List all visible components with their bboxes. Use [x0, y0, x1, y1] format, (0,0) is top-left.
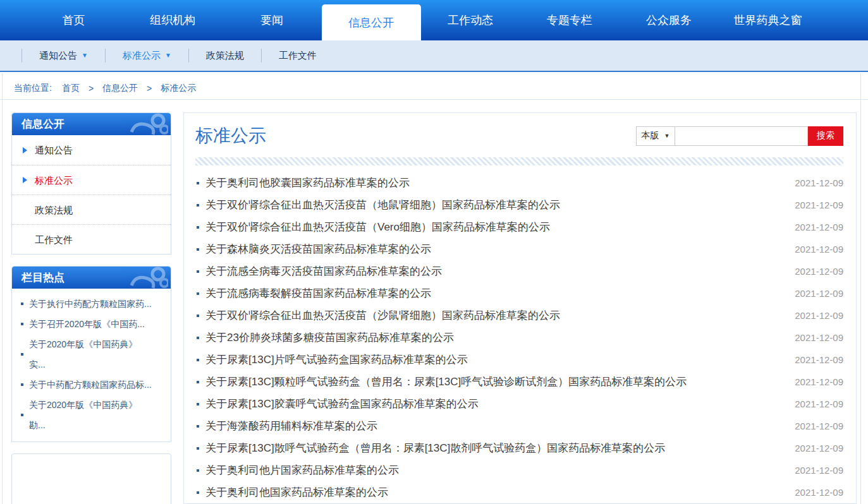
sidebar-menu-item[interactable]: 通知公告	[12, 135, 171, 165]
sidebar: 信息公开 通知公告	[11, 112, 171, 504]
sub-nav-item[interactable]: 通知公告 ▼	[21, 49, 105, 63]
top-nav-item[interactable]: 工作动态	[421, 0, 520, 40]
announcement-link[interactable]: 关于奥利司他国家药品标准草案的公示	[205, 485, 786, 500]
announcement-link[interactable]: 关于尿素[13C]颗粒呼气试验药盒（曾用名：尿素[13C]呼气试验诊断试剂盒）国…	[205, 375, 786, 389]
top-nav-item[interactable]: 要闻	[223, 0, 322, 40]
top-nav-item-label: 组织机构	[150, 13, 195, 28]
announcement-link[interactable]: 关于海藻酸药用辅料标准草案的公示	[205, 419, 786, 433]
page-left-border	[2, 73, 3, 504]
top-nav-item[interactable]: 信息公开	[322, 4, 421, 40]
page-right-border	[860, 73, 861, 504]
bullet-icon	[21, 353, 23, 356]
announcement-date: 2021-12-09	[795, 465, 843, 476]
sub-navigation: 通知公告 ▼ 标准公示 ▼ 政策法规 ▼ 工作文件 ▼	[0, 40, 868, 72]
breadcrumb-link[interactable]: 标准公示	[161, 83, 196, 94]
search-scope-select[interactable]: 本版 ▼	[636, 126, 675, 146]
hot-topic-link[interactable]: 关于2020年版《中国药典》实...	[21, 334, 153, 375]
announcement-link[interactable]: 关于尿素[13C]散呼气试验药盒（曾用名：尿素[13C]散剂呼气试验药盒）国家药…	[205, 441, 786, 455]
top-nav-item[interactable]: 世界药典之窗	[718, 0, 817, 40]
caret-down-icon: ▼	[664, 133, 670, 139]
page: 首页 组织机构 要闻 信息公开 工作动态 专题专栏 公众服务	[0, 0, 868, 504]
hot-topic-link[interactable]: 关于2020年版《中国药典》勘...	[21, 395, 153, 435]
breadcrumb-separator: >	[89, 83, 94, 93]
bullet-icon	[21, 414, 23, 416]
announcement-link[interactable]: 关于流感病毒裂解疫苗国家药品标准草案的公示	[205, 286, 786, 301]
sidebar-menu-item[interactable]: 工作文件	[12, 224, 171, 254]
announcement-date: 2021-12-09	[795, 376, 843, 387]
top-nav-item-label: 信息公开	[348, 15, 394, 30]
breadcrumb-segment: > 信息公开	[80, 83, 138, 94]
announcement-link[interactable]: 关于尿素[13C]片呼气试验药盒国家药品标准草案的公示	[205, 352, 786, 367]
announcement-date: 2021-12-09	[795, 421, 843, 431]
announcement-date: 2021-12-09	[795, 487, 843, 498]
content-area: 信息公开 通知公告	[0, 100, 868, 504]
announcement-list: 关于奥利司他胶囊国家药品标准草案的公示 2021-12-09 关于双价肾综合征出…	[195, 172, 843, 503]
breadcrumb-link[interactable]: 首页	[62, 83, 80, 94]
bullet-icon	[197, 403, 199, 405]
hot-topic-link[interactable]: 关于中药配方颗粒国家药品标...	[21, 375, 153, 395]
top-nav-item[interactable]: 专题专栏	[520, 0, 619, 40]
announcement-date: 2021-12-09	[795, 177, 843, 188]
top-nav-item[interactable]: 首页	[24, 0, 123, 40]
sidebar-menu-item-label: 工作文件	[35, 234, 73, 245]
sub-nav-item[interactable]: 政策法规 ▼	[188, 49, 261, 63]
announcement-link[interactable]: 关于双价肾综合征出血热灭活疫苗（沙鼠肾细胞）国家药品标准草案的公示	[205, 308, 786, 323]
top-nav-item[interactable]: 组织机构	[123, 0, 223, 40]
hot-topic-label: 关于2020年版《中国药典》勘...	[29, 400, 137, 430]
announcement-row: 关于森林脑炎灭活疫苗国家药品标准草案的公示 2021-12-09	[195, 238, 843, 260]
announcement-date: 2021-12-09	[795, 399, 843, 409]
search-button[interactable]: 搜索	[808, 126, 843, 146]
hot-topic-link[interactable]: 关于执行中药配方颗粒国家药...	[21, 294, 153, 314]
announcement-row: 关于23价肺炎球菌多糖疫苗国家药品标准草案的公示 2021-12-09	[195, 327, 843, 349]
announcement-row: 关于尿素[13C]胶囊呼气试验药盒国家药品标准草案的公示 2021-12-09	[195, 393, 843, 415]
bullet-icon	[197, 447, 199, 450]
announcement-row: 关于海藻酸药用辅料标准草案的公示 2021-12-09	[195, 415, 843, 437]
announcement-date: 2021-12-09	[795, 244, 843, 255]
bullet-icon	[197, 270, 199, 273]
breadcrumb-segment: > 标准公示	[138, 83, 196, 94]
search-input[interactable]	[675, 126, 808, 146]
sub-nav-item[interactable]: 标准公示 ▼	[105, 49, 188, 63]
striped-divider	[195, 157, 843, 165]
announcement-link[interactable]: 关于双价肾综合征出血热灭活疫苗（Vero细胞）国家药品标准草案的公示	[205, 220, 786, 234]
sub-nav-item-label: 政策法规	[206, 50, 244, 62]
announcement-date: 2021-12-09	[795, 354, 843, 365]
bullet-icon	[21, 303, 23, 305]
announcement-date: 2021-12-09	[795, 200, 843, 210]
announcement-row: 关于奥利司他片国家药品标准草案的公示 2021-12-09	[195, 459, 843, 481]
cloud-decoration-icon	[128, 113, 168, 135]
caret-down-icon: ▼	[82, 52, 88, 59]
announcement-link[interactable]: 关于奥利司他胶囊国家药品标准草案的公示	[205, 176, 786, 190]
top-nav-item-label: 工作动态	[448, 13, 493, 28]
top-nav-item-label: 公众服务	[646, 13, 692, 28]
announcement-date: 2021-12-09	[795, 266, 843, 277]
top-nav-item[interactable]: 公众服务	[619, 0, 718, 40]
announcement-link[interactable]: 关于双价肾综合征出血热灭活疫苗（地鼠肾细胞）国家药品标准草案的公示	[205, 198, 786, 212]
announcement-date: 2021-12-09	[795, 443, 843, 453]
bullet-icon	[197, 182, 199, 184]
sub-nav-item[interactable]: 工作文件 ▼	[261, 49, 334, 63]
hot-topics-box: 栏目热点 关于执行中药配方颗粒国家药...	[11, 266, 171, 442]
bullet-icon	[21, 323, 23, 325]
main-header: 标准公示 本版 ▼ 搜索	[195, 123, 843, 148]
breadcrumb-prefix: 当前位置:	[14, 83, 52, 94]
announcement-row: 关于尿素[13C]散呼气试验药盒（曾用名：尿素[13C]散剂呼气试验药盒）国家药…	[195, 437, 843, 459]
top-nav-item-label: 世界药典之窗	[734, 13, 802, 28]
breadcrumb-link[interactable]: 信息公开	[102, 83, 138, 94]
announcement-link[interactable]: 关于23价肺炎球菌多糖疫苗国家药品标准草案的公示	[205, 330, 786, 345]
sub-nav-item-label: 标准公示	[123, 50, 161, 62]
announcement-link[interactable]: 关于森林脑炎灭活疫苗国家药品标准草案的公示	[205, 242, 786, 256]
announcement-link[interactable]: 关于奥利司他片国家药品标准草案的公示	[205, 463, 786, 477]
hot-topic-label: 关于召开2020年版《中国药...	[29, 319, 145, 329]
announcement-date: 2021-12-09	[795, 222, 843, 232]
announcement-link[interactable]: 关于尿素[13C]胶囊呼气试验药盒国家药品标准草案的公示	[205, 397, 786, 411]
sidebar-menu-item[interactable]: 标准公示	[12, 165, 171, 195]
top-navigation: 首页 组织机构 要闻 信息公开 工作动态 专题专栏 公众服务	[0, 0, 868, 40]
hot-topic-link[interactable]: 关于召开2020年版《中国药...	[21, 314, 153, 334]
sidebar-menu-item[interactable]: 政策法规	[12, 195, 171, 224]
announcement-row: 关于双价肾综合征出血热灭活疫苗（地鼠肾细胞）国家药品标准草案的公示 2021-1…	[195, 194, 843, 216]
announcement-link[interactable]: 关于流感全病毒灭活疫苗国家药品标准草案的公示	[205, 264, 786, 279]
bullet-icon	[197, 359, 199, 361]
breadcrumb-segment: 首页	[62, 83, 80, 94]
search-bar: 本版 ▼ 搜索	[636, 126, 843, 146]
